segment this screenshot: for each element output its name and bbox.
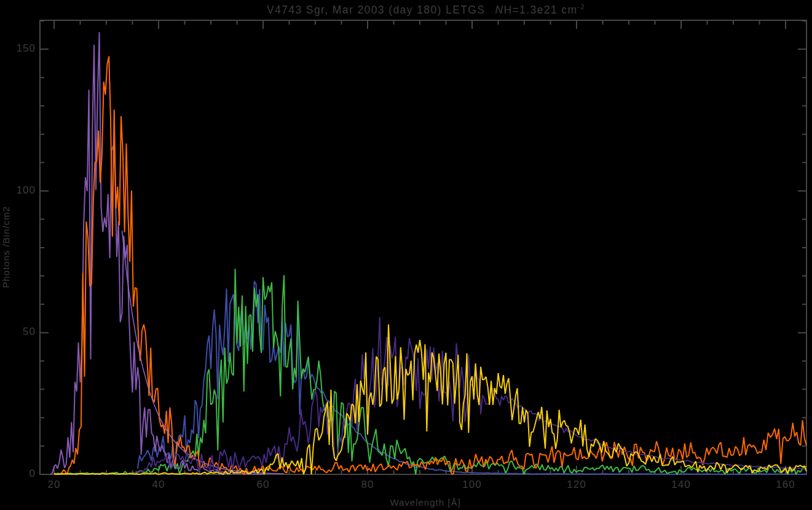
x-tick-label: 60 xyxy=(256,479,269,491)
x-tick-label: 80 xyxy=(361,479,374,491)
title-main: V4743 Sgr, Mar 2003 (day 180) LETGS xyxy=(267,4,485,16)
y-tick-label: 100 xyxy=(1,184,36,197)
x-tick-label: 120 xyxy=(567,479,586,491)
x-tick-label: 20 xyxy=(47,479,60,491)
x-axis-label: Wavelength [Å] xyxy=(390,497,460,508)
plot-window: V4743 Sgr, Mar 2003 (day 180) LETGSNH=1.… xyxy=(0,0,812,510)
x-tick-label: 160 xyxy=(776,479,795,491)
title-nh-symbol: N xyxy=(495,4,503,16)
x-tick-label: 100 xyxy=(462,479,481,491)
y-axis-label: Photons /Bin/cm2 xyxy=(1,206,11,288)
x-tick-label: 40 xyxy=(152,479,165,491)
y-tick-label: 0 xyxy=(1,468,36,480)
y-tick-label: 50 xyxy=(1,326,36,338)
plot-title: V4743 Sgr, Mar 2003 (day 180) LETGSNH=1.… xyxy=(267,3,585,17)
y-tick-label: 150 xyxy=(1,42,36,55)
x-tick-label: 140 xyxy=(671,479,690,491)
series-violet-spectrum xyxy=(50,32,263,474)
spectrum-canvas xyxy=(0,0,812,510)
title-nh-exponent: -2 xyxy=(577,3,585,10)
series-green-spectrum xyxy=(54,269,806,474)
series-orange-spectrum xyxy=(54,57,806,474)
title-nh-value: H=1.3e21 cm xyxy=(503,4,577,16)
